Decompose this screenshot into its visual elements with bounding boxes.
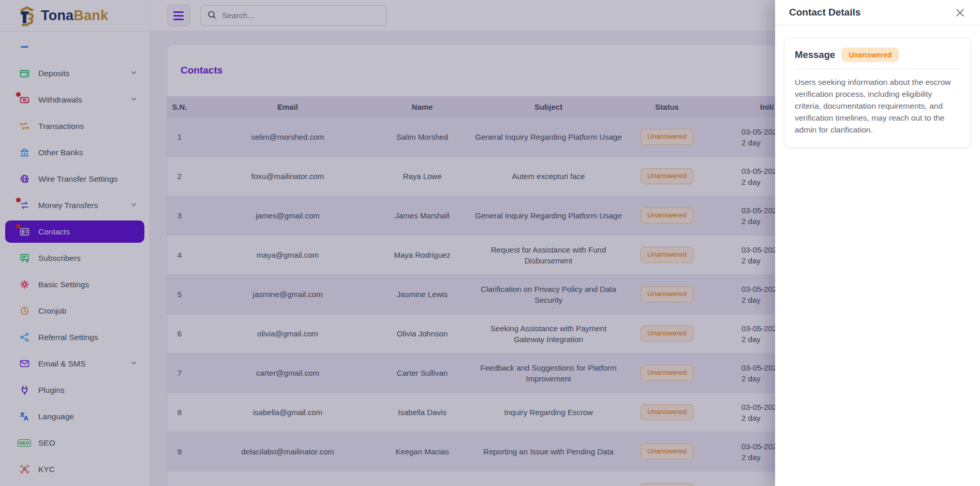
close-icon[interactable]: [953, 6, 967, 19]
message-card: Message Unanswered Users seeking informa…: [784, 38, 971, 148]
drawer-title: Contact Details: [789, 7, 860, 18]
contact-details-drawer: Contact Details Message Unanswered Users…: [775, 0, 980, 486]
backdrop-overlay[interactable]: [0, 0, 775, 486]
drawer-header: Contact Details: [775, 0, 980, 25]
divider: [795, 69, 960, 69]
status-badge: Unanswered: [841, 48, 899, 62]
message-body: Users seeking information about the escr…: [795, 77, 960, 136]
message-heading-row: Message Unanswered: [795, 48, 960, 62]
message-label: Message: [795, 49, 835, 61]
app-root: TonaBank Deposits Withdrawals: [0, 0, 980, 486]
